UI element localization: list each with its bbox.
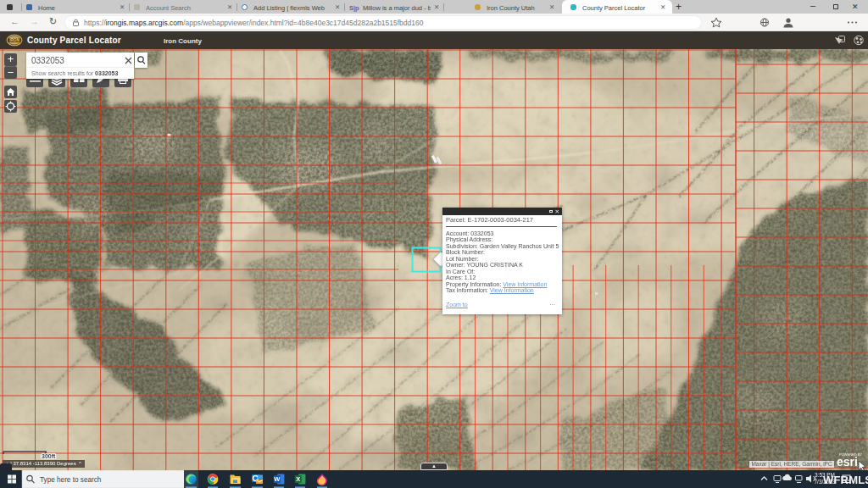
svg-text:Type here to search: Type here to search xyxy=(40,476,102,484)
svg-text:IRON: IRON xyxy=(9,38,19,42)
svg-text:W: W xyxy=(274,475,281,483)
svg-text:300ft: 300ft xyxy=(42,453,56,459)
svg-text:X: X xyxy=(296,475,300,483)
